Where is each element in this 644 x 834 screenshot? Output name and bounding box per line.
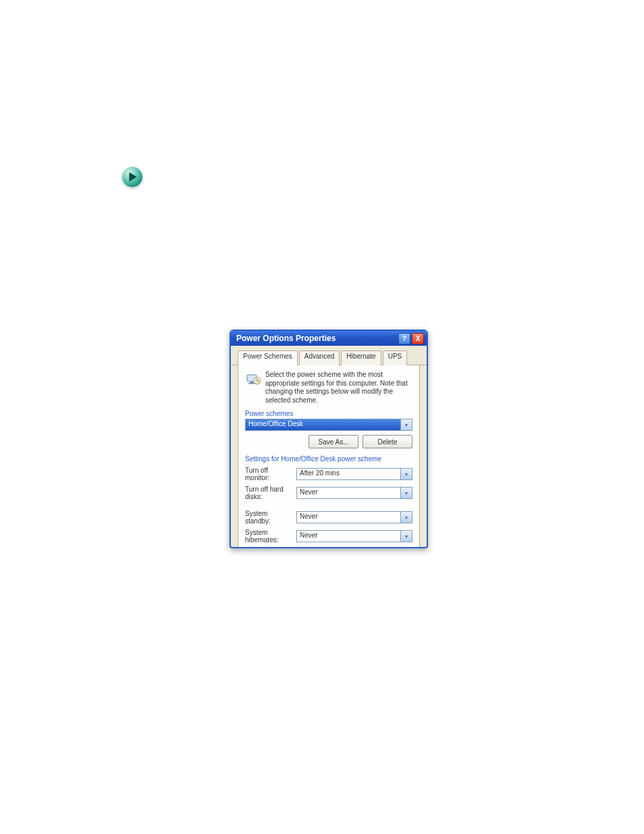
titlebar[interactable]: Power Options Properties ? X [231, 331, 427, 346]
tabstrip: Power Schemes Advanced Hibernate UPS [231, 346, 427, 365]
row-harddisks: Turn off hard disks: Never ▾ [245, 486, 412, 500]
close-icon: X [416, 335, 421, 342]
close-button[interactable]: X [412, 333, 424, 344]
tab-label: Power Schemes [243, 353, 292, 360]
intro-row: Select the power scheme with the most ap… [245, 371, 412, 405]
monitor-value: After 20 mins [300, 469, 340, 477]
hibernate-label: System hibernates: [245, 529, 294, 544]
svg-marker-0 [129, 172, 136, 182]
harddisks-select[interactable]: Never ▾ [296, 487, 412, 499]
harddisks-label: Turn off hard disks: [245, 486, 294, 500]
chevron-down-icon: ▾ [400, 512, 412, 523]
row-standby: System standby: Never ▾ [245, 510, 412, 525]
delete-label: Delete [378, 438, 398, 446]
standby-label: System standby: [245, 510, 294, 525]
chevron-down-icon: ▾ [400, 419, 412, 430]
tab-advanced[interactable]: Advanced [299, 350, 340, 365]
standby-select[interactable]: Never ▾ [296, 511, 412, 523]
hibernate-select[interactable]: Never ▾ [296, 530, 412, 542]
intro-text: Select the power scheme with the most ap… [265, 371, 412, 405]
tab-hibernate[interactable]: Hibernate [341, 350, 381, 365]
monitor-select[interactable]: After 20 mins ▾ [296, 468, 412, 480]
hibernate-value: Never [300, 531, 318, 539]
chevron-down-icon: ▾ [400, 469, 412, 479]
power-scheme-icon [245, 371, 261, 387]
tab-panel-power-schemes: Select the power scheme with the most ap… [238, 365, 420, 548]
chevron-down-icon: ▾ [400, 488, 412, 498]
help-button[interactable]: ? [398, 333, 410, 344]
svg-rect-3 [248, 383, 255, 384]
save-as-label: Save As... [318, 438, 348, 446]
tab-label: UPS [388, 353, 402, 360]
standby-value: Never [300, 513, 318, 520]
tab-power-schemes[interactable]: Power Schemes [238, 350, 298, 365]
harddisks-value: Never [300, 488, 318, 496]
tab-label: Advanced [304, 353, 334, 360]
chevron-down-icon: ▾ [400, 531, 412, 542]
row-hibernate: System hibernates: Never ▾ [245, 529, 412, 544]
tab-ups[interactable]: UPS [383, 350, 408, 365]
row-monitor: Turn off monitor: After 20 mins ▾ [245, 467, 412, 481]
power-options-dialog: Power Options Properties ? X Power Schem… [230, 330, 428, 548]
power-schemes-label: Power schemes [245, 410, 412, 417]
play-icon [122, 167, 142, 187]
power-scheme-value: Home/Office Desk [248, 420, 303, 427]
monitor-label: Turn off monitor: [245, 467, 294, 481]
delete-button[interactable]: Delete [363, 435, 412, 448]
tab-label: Hibernate [346, 353, 375, 360]
power-scheme-select[interactable]: Home/Office Desk ▾ [245, 419, 412, 431]
play-triangle-icon [128, 172, 138, 182]
svg-rect-2 [250, 382, 253, 383]
dialog-title: Power Options Properties [236, 334, 397, 343]
help-icon: ? [402, 335, 406, 342]
settings-group-label: Settings for Home/Office Desk power sche… [245, 455, 412, 463]
scheme-button-row: Save As... Delete [245, 435, 412, 448]
save-as-button[interactable]: Save As... [308, 435, 358, 448]
